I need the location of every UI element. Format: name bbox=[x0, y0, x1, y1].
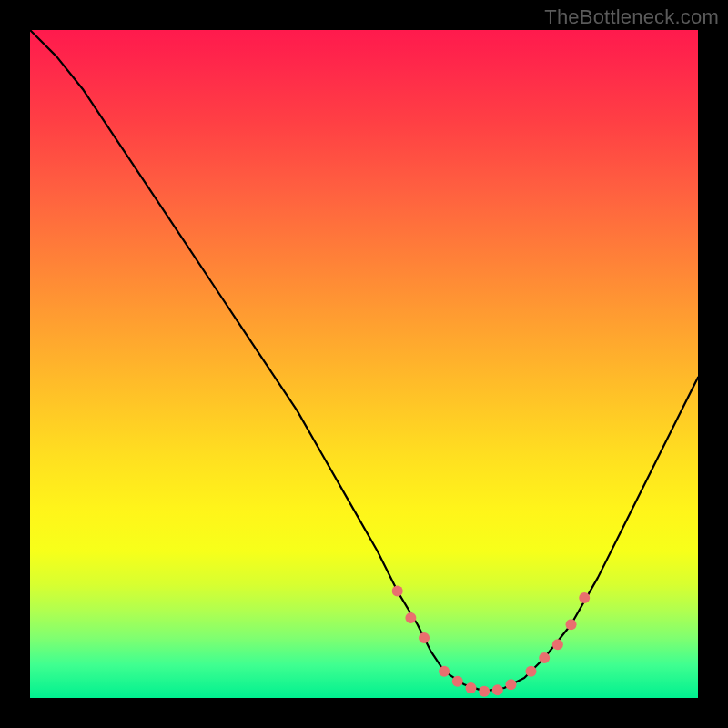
watermark-text: TheBottleneck.com bbox=[544, 5, 719, 29]
data-marker bbox=[452, 676, 463, 687]
data-marker bbox=[539, 652, 550, 663]
data-marker bbox=[552, 639, 563, 650]
chart-plot-area bbox=[30, 30, 698, 698]
data-marker bbox=[392, 586, 403, 597]
data-marker bbox=[566, 619, 577, 630]
data-marker bbox=[479, 686, 490, 697]
data-marker bbox=[465, 682, 476, 693]
data-marker bbox=[439, 666, 450, 677]
data-marker bbox=[492, 684, 503, 695]
data-marker bbox=[526, 666, 537, 677]
data-marker bbox=[419, 632, 430, 643]
chart-markers-layer bbox=[30, 30, 698, 698]
data-marker bbox=[405, 612, 416, 623]
data-marker bbox=[505, 679, 516, 690]
data-marker bbox=[579, 592, 590, 603]
